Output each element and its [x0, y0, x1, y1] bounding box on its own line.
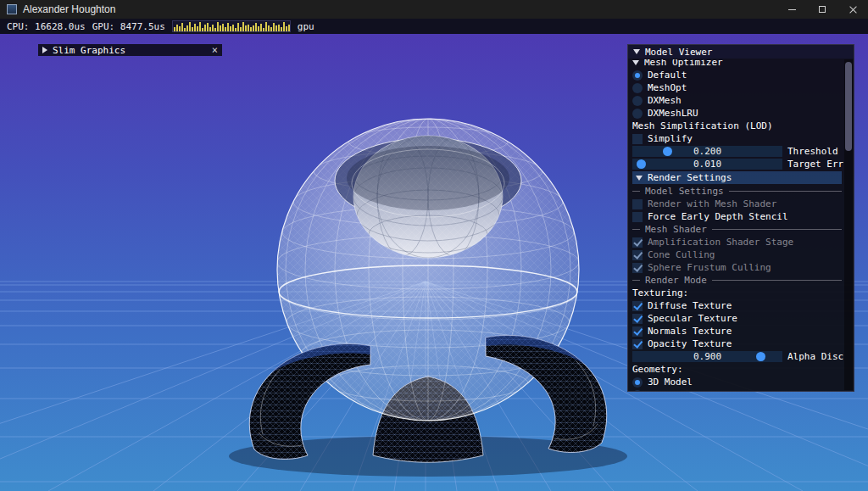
checkbox-render-with-mesh-shader: Render with Mesh Shader: [632, 198, 843, 210]
panel-scrollbar[interactable]: [844, 59, 853, 390]
slim-graphics-header[interactable]: Slim Graphics ×: [38, 44, 222, 56]
gpu-plot-label: gpu: [298, 21, 314, 32]
render-settings-header[interactable]: Render Settings: [632, 171, 842, 184]
checkbox-opacity-texture[interactable]: Opacity Texture: [632, 338, 843, 350]
radio-dxmesh[interactable]: DXMesh: [632, 94, 843, 107]
radio-icon: [632, 377, 643, 388]
radio-fullscreen-triangle[interactable]: Fullscreen Triangle: [632, 388, 843, 391]
app-icon: [7, 4, 17, 14]
gpu-time-label: GPU: 8477.5us: [92, 21, 165, 32]
model-settings-separator: Model Settings: [632, 185, 843, 198]
radio-icon: [632, 70, 643, 81]
close-button[interactable]: [837, 0, 868, 19]
threshold-slider[interactable]: 0.200: [632, 146, 782, 157]
slider-grab[interactable]: [663, 147, 672, 156]
maximize-icon: [819, 6, 826, 13]
checkbox-force-early-depth-stencil[interactable]: Force Early Depth Stencil: [632, 210, 843, 223]
texturing-label: Texturing:: [632, 287, 843, 299]
panel-title: Model Viewer: [645, 47, 712, 58]
checkbox-icon: [632, 301, 643, 311]
maximize-button[interactable]: [807, 0, 837, 19]
checkbox-icon: [632, 339, 643, 349]
checkbox-icon: [632, 250, 643, 260]
collapse-arrow-icon[interactable]: [633, 49, 640, 54]
scrollbar-grab[interactable]: [845, 62, 852, 151]
mesh-shader-separator: Mesh Shader: [632, 223, 843, 236]
slider-threshold-row: 0.200 Threshold: [632, 145, 843, 158]
radio-icon: [632, 109, 643, 119]
slider-target-error-row: 0.010 Target Error: [632, 158, 843, 170]
minimize-icon: [788, 9, 796, 10]
panel-body: Mesh Optimizer Default MeshOpt DXMesh DX…: [628, 59, 843, 391]
collapse-arrow-icon: [636, 176, 643, 181]
collapse-arrow-icon: [632, 60, 639, 65]
checkbox-icon: [632, 134, 643, 144]
slider-grab[interactable]: [637, 159, 646, 169]
minimize-button[interactable]: [776, 0, 807, 19]
checkbox-icon: [632, 263, 643, 273]
target-error-slider[interactable]: 0.010: [632, 159, 782, 170]
alpha-discard-slider[interactable]: 0.900: [632, 351, 782, 362]
checkbox-icon: [632, 314, 643, 324]
slider-alpha-discard-row: 0.900 Alpha Discard Thr: [632, 350, 843, 363]
checkbox-cone-culling: Cone Culling: [632, 248, 843, 261]
radio-3d-model[interactable]: 3D Model: [632, 376, 843, 388]
model-viewer-panel: Model Viewer Mesh Optimizer Default Mesh…: [627, 44, 854, 392]
stats-bar: CPU: 16628.0us GPU: 8477.5us gpu: [0, 19, 868, 34]
panel-titlebar[interactable]: Model Viewer: [628, 45, 854, 59]
gpu-histogram: [172, 20, 291, 32]
window-title: Alexander Houghton: [23, 3, 115, 15]
slim-graphics-title: Slim Graphics: [53, 45, 125, 56]
checkbox-icon: [632, 326, 643, 337]
checkbox-icon: [632, 199, 643, 209]
checkbox-simplify[interactable]: Simplify: [632, 132, 843, 145]
checkbox-normals-texture[interactable]: Normals Texture: [632, 325, 843, 338]
radio-icon: [632, 96, 643, 106]
checkbox-amplification-shader-stage: Amplification Shader Stage: [632, 236, 843, 248]
radio-meshopt[interactable]: MeshOpt: [632, 81, 843, 94]
slim-close-button[interactable]: ×: [212, 46, 218, 54]
radio-default[interactable]: Default: [632, 69, 843, 81]
checkbox-diffuse-texture[interactable]: Diffuse Texture: [632, 299, 843, 312]
checkbox-icon: [632, 212, 643, 222]
radio-icon: [632, 83, 643, 93]
slider-grab[interactable]: [756, 352, 765, 361]
close-icon: [849, 5, 858, 14]
checkbox-sphere-frustum-culling: Sphere Frustum Culling: [632, 261, 843, 274]
cpu-time-label: CPU: 16628.0us: [7, 21, 86, 32]
collapse-arrow-icon[interactable]: [42, 47, 47, 53]
lod-section-label: Mesh Simplification (LOD): [632, 120, 843, 132]
checkbox-specular-texture[interactable]: Specular Texture: [632, 312, 843, 325]
geometry-label: Geometry:: [632, 363, 843, 376]
radio-icon: [632, 390, 643, 392]
render-mode-separator: Render Mode: [632, 274, 843, 287]
radio-dxmeshlru[interactable]: DXMeshLRU: [632, 107, 843, 120]
window-titlebar[interactable]: Alexander Houghton: [0, 0, 868, 19]
tree-node-mesh-optimizer[interactable]: Mesh Optimizer: [632, 59, 723, 69]
checkbox-icon: [632, 237, 643, 248]
window-controls: [776, 0, 868, 19]
